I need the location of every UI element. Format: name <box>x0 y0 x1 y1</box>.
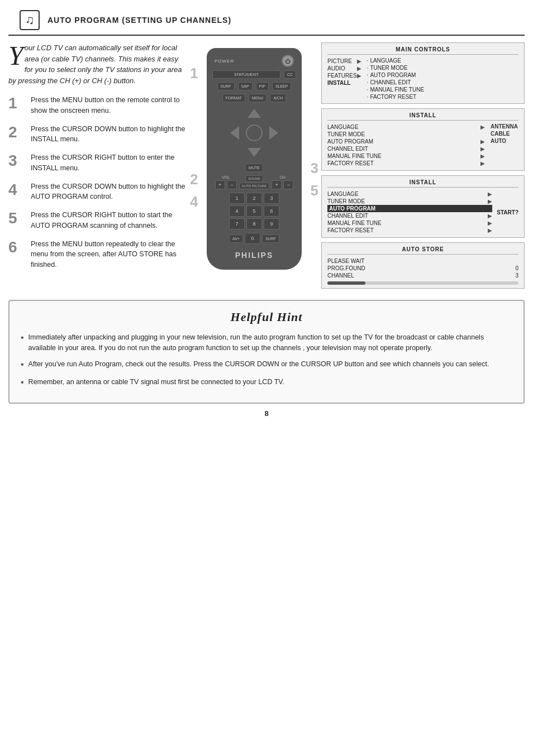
i1-cable: CABLE <box>491 131 518 137</box>
i1-language: LANGUAGE▶ <box>327 123 485 131</box>
pip-btn[interactable]: PIP <box>256 82 269 90</box>
vol-ch-row: VOL + − SOUND AUTO PICTURE CH + <box>212 175 296 189</box>
navigation-pad[interactable] <box>229 108 279 158</box>
remote-step-label-3: 3 <box>311 160 318 177</box>
num-8-button[interactable]: 8 <box>246 218 262 229</box>
mute-button[interactable]: MUTE <box>245 164 263 172</box>
i1-manual: MANUAL FINE TUNE▶ <box>327 152 485 160</box>
ch-plus-button[interactable]: + <box>272 180 282 189</box>
ach-button[interactable]: A/CH <box>270 94 286 102</box>
menus-area: MAIN CONTROLS PICTURE ▶ AUDIO ▶ FEATURES… <box>321 42 525 289</box>
surf-btn[interactable]: SURF <box>217 82 235 90</box>
hint-item-1: • Immediately after unpacking and pluggi… <box>21 332 512 353</box>
vol-minus-button[interactable]: − <box>227 180 237 189</box>
auto-picture-button[interactable]: AUTO PICTURE <box>239 183 270 189</box>
channel-label: CHANNEL <box>327 272 354 279</box>
num-4-button[interactable]: 4 <box>229 205 245 217</box>
cursor-down-button[interactable] <box>248 148 261 157</box>
hint-bullet-3: • <box>21 376 24 389</box>
i1-channel: CHANNEL EDIT▶ <box>327 145 485 152</box>
num-9-button[interactable]: 9 <box>264 218 279 229</box>
cc-button[interactable]: CC <box>284 70 296 79</box>
install-menu-1: INSTALL LANGUAGE▶ TUNER MODE AUTO PROGRA… <box>321 108 525 171</box>
mc-dot-manual: · <box>367 87 369 93</box>
num-6-button[interactable]: 6 <box>264 205 279 217</box>
step-5-num: 5 <box>8 210 24 227</box>
philips-logo: PHILIPS <box>235 251 273 260</box>
av-plus-button[interactable]: AV+ <box>229 235 243 243</box>
bottom-row: AV+ 0 SURF <box>229 233 279 244</box>
main-controls-menu: MAIN CONTROLS PICTURE ▶ AUDIO ▶ FEATURES… <box>321 42 525 104</box>
sound-button[interactable]: SOUND <box>245 175 263 182</box>
format-button[interactable]: FORMAT <box>222 94 245 102</box>
num-3-button[interactable]: 3 <box>264 193 279 204</box>
mc-right-channel: · CHANNEL EDIT <box>367 79 424 85</box>
install-2-items: LANGUAGE▶ TUNER MODE▶ AUTO PROGRAM CHANN… <box>327 190 492 234</box>
cursor-left-button[interactable] <box>230 126 239 140</box>
mc-dot-tuner: · <box>367 65 369 71</box>
i2-tuner: TUNER MODE▶ <box>327 198 492 205</box>
mc-right-auto: · AUTO PROGRAM <box>367 72 424 78</box>
ch-minus-button[interactable]: − <box>283 180 293 189</box>
step-4: 4 Press the CURSOR DOWN button to highli… <box>8 181 187 203</box>
power-button[interactable]: ⏻ <box>282 55 294 67</box>
sap-btn[interactable]: SAP <box>238 82 253 90</box>
remote-step-label-2: 2 <box>190 171 198 188</box>
install-menu-2: INSTALL LANGUAGE▶ TUNER MODE▶ AUTO PROGR… <box>321 175 525 238</box>
remote-step-label-5: 5 <box>311 182 318 199</box>
helpful-hint-section: Helpful Hint • Immediately after unpacki… <box>8 300 525 404</box>
mc-right-tuner: · TUNER MODE <box>367 65 424 71</box>
vol-label: VOL <box>222 175 230 179</box>
vol-plus-button[interactable]: + <box>215 180 225 189</box>
mc-picture-row: PICTURE ▶ <box>327 58 361 65</box>
mc-dot-auto: · <box>367 72 369 78</box>
intro-text: Your LCD TV can automatically set itself… <box>8 42 187 86</box>
sleep-btn[interactable]: SLEEP <box>272 82 292 90</box>
step-4-text: Press the CURSOR DOWN button to highligh… <box>31 181 187 203</box>
mc-dot-factory: · <box>367 94 369 100</box>
install-1-content: LANGUAGE▶ TUNER MODE AUTO PROGRAM▶ CHANN… <box>327 123 518 167</box>
num-2-button[interactable]: 2 <box>246 193 262 204</box>
mc-audio-row: AUDIO ▶ <box>327 65 361 72</box>
instructions-panel: Your LCD TV can automatically set itself… <box>8 42 187 289</box>
hint-text-1: Immediately after unpacking and plugging… <box>28 332 512 353</box>
menu-button[interactable]: MENU <box>249 94 267 102</box>
num-0-button[interactable]: 0 <box>245 233 260 244</box>
progress-bar-container <box>327 281 518 285</box>
vol-block: VOL + − <box>215 175 237 189</box>
i1-tuner: TUNER MODE <box>327 131 485 138</box>
mc-audio-arrow: ▶ <box>357 65 361 71</box>
step-6-text: Press the MENU button repeatedly to clea… <box>31 239 187 270</box>
sound-pic-block: SOUND AUTO PICTURE <box>239 175 270 189</box>
mc-features-arrow: ▶ <box>357 73 361 79</box>
cursor-up-button[interactable] <box>248 109 261 118</box>
mc-audio-label: AUDIO <box>327 65 345 71</box>
cursor-center-button[interactable] <box>246 125 263 141</box>
vol-btn-row: + − <box>215 180 237 189</box>
mc-picture-arrow: ▶ <box>357 58 361 64</box>
main-controls-right: · LANGUAGE · TUNER MODE · AUTO PROGRAM ·… <box>367 58 424 100</box>
main-controls-content: PICTURE ▶ AUDIO ▶ FEATURES ▶ INSTALL <box>327 58 518 100</box>
surf-bottom-button[interactable]: SURF <box>262 235 279 243</box>
step-2: 2 Press the CURSOR DOWN button to highli… <box>8 124 187 145</box>
numpad: 1 2 3 4 5 6 7 8 9 <box>229 193 279 229</box>
status-exit-button[interactable]: STATUS/EXIT <box>212 70 280 79</box>
hint-bullet-2: • <box>21 358 24 371</box>
num-7-button[interactable]: 7 <box>229 218 245 229</box>
num-5-button[interactable]: 5 <box>246 205 262 217</box>
remote-wrapper: 1 2 4 3 5 6 POWER ⏻ STATUS/EXIT CC SURF <box>207 48 302 270</box>
hint-item-2: • After you've run Auto Program, check o… <box>21 359 512 371</box>
i2-channel: CHANNEL EDIT▶ <box>327 212 492 219</box>
mc-features-label: FEATURES <box>327 73 357 79</box>
page-number: 8 <box>0 409 533 418</box>
hint-bullet-1: • <box>21 331 24 344</box>
prog-found-label: PROG.FOUND <box>327 265 365 271</box>
mc-install-row: INSTALL <box>327 79 361 87</box>
power-label: POWER <box>215 59 234 64</box>
remote-top: POWER ⏻ <box>212 55 296 67</box>
num-1-button[interactable]: 1 <box>229 193 245 204</box>
main-controls-title: MAIN CONTROLS <box>327 46 518 55</box>
install-1-right: ANTENNA CABLE AUTO <box>491 123 518 167</box>
cursor-right-button[interactable] <box>269 126 278 140</box>
ch-block: CH + − <box>272 175 293 189</box>
